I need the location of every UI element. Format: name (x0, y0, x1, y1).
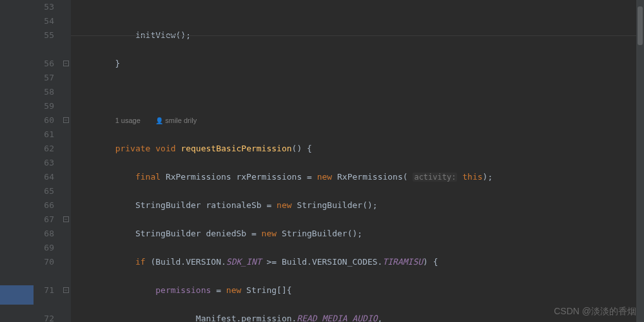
code-text: ); (483, 172, 493, 182)
keyword-final: final (135, 172, 161, 182)
inlay-spacer (34, 43, 54, 57)
keyword-if: if (135, 257, 146, 267)
inlay-hint-line[interactable]: 1 usage 👤smile drily (75, 113, 636, 128)
code-line[interactable]: Manifest.permission.READ_MEDIA_AUDIO, (75, 312, 636, 322)
line-number: 64 (34, 170, 54, 184)
line-number: 71 (34, 283, 54, 298)
author-hint[interactable]: smile drily (165, 117, 197, 124)
code-text: ) { (423, 257, 438, 267)
code-text: () { (292, 144, 312, 153)
code-line[interactable]: final RxPermissions rxPermissions = new … (75, 170, 636, 184)
static-field: READ_MEDIA_AUDIO (297, 314, 377, 322)
code-text: (Build.VERSION. (146, 257, 226, 267)
keyword-new: new (317, 172, 332, 182)
code-text: String[]{ (241, 285, 291, 295)
code-text: StringBuilder deniedSb = (75, 229, 262, 238)
fold-toggle-icon[interactable]: − (63, 117, 69, 123)
scrollbar-thumb[interactable] (638, 6, 643, 45)
keyword-new: new (262, 229, 277, 238)
method-separator (71, 35, 636, 36)
line-number: 69 (34, 241, 54, 255)
instance-field: permissions (155, 285, 211, 295)
static-field: TIRAMISU (382, 257, 423, 267)
code-line[interactable]: StringBuilder deniedSb = new StringBuild… (75, 227, 636, 241)
static-field: SDK_INT (226, 257, 262, 267)
line-number: 68 (34, 227, 54, 241)
keyword-new: new (226, 285, 241, 295)
line-number: 66 (34, 198, 54, 213)
code-line[interactable]: } (75, 57, 636, 71)
vertical-scrollbar[interactable] (636, 0, 644, 322)
code-text: >= Build.VERSION_CODES. (262, 257, 383, 267)
line-number: 59 (34, 99, 54, 113)
usages-hint[interactable]: 1 usage (115, 117, 141, 124)
line-number: 56 (34, 57, 54, 71)
code-text: RxPermissions( (332, 172, 413, 182)
code-line[interactable]: StringBuilder rationaleSb = new StringBu… (75, 198, 636, 213)
author-icon: 👤 (155, 114, 163, 128)
code-text: , (378, 314, 383, 322)
keyword-private: private (115, 144, 151, 153)
inlay-spacer (34, 298, 54, 312)
keyword-new: new (277, 200, 291, 210)
code-text: StringBuilder(); (277, 229, 362, 238)
line-number: 58 (34, 85, 54, 99)
line-number: 53 (34, 0, 54, 14)
code-line[interactable]: if (Build.VERSION.SDK_INT >= Build.VERSI… (75, 255, 636, 269)
code-area[interactable]: initView(); } 1 usage 👤smile drily priva… (71, 0, 636, 322)
inlay-spacer (34, 269, 54, 283)
keyword-this: this (462, 172, 482, 182)
line-number: 72 (34, 312, 54, 322)
method-name: requestBasicPermission (181, 144, 291, 153)
gutter-highlight (0, 285, 34, 305)
fold-gutter: − − − − (62, 0, 71, 322)
line-number: 62 (34, 142, 54, 156)
line-number: 61 (34, 128, 54, 142)
line-number: 70 (34, 255, 54, 269)
code-line[interactable]: permissions = new String[]{ (75, 283, 636, 298)
keyword-void: void (155, 144, 175, 153)
code-editor: 53 54 55 56 57 58 59 60 61 62 63 64 65 6… (0, 0, 644, 322)
code-text: StringBuilder(); (292, 200, 378, 210)
line-number: 65 (34, 184, 54, 198)
fold-toggle-icon[interactable]: − (63, 61, 69, 66)
left-margin (0, 0, 34, 322)
line-number: 60 (34, 113, 54, 128)
line-number: 57 (34, 71, 54, 85)
code-text: = (211, 285, 226, 295)
fold-toggle-icon[interactable]: − (63, 216, 69, 222)
code-line[interactable]: private void requestBasicPermission() { (75, 142, 636, 156)
code-text: Manifest.permission. (75, 314, 297, 322)
code-text: RxPermissions rxPermissions = (161, 172, 317, 182)
line-number-gutter: 53 54 55 56 57 58 59 60 61 62 63 64 65 6… (34, 0, 62, 322)
param-hint: activity: (413, 173, 457, 182)
line-number: 67 (34, 213, 54, 227)
code-text: StringBuilder rationaleSb = (75, 200, 277, 210)
line-number: 54 (34, 14, 54, 28)
line-number: 55 (34, 28, 54, 43)
line-number: 63 (34, 156, 54, 170)
code-line[interactable] (75, 85, 636, 99)
fold-toggle-icon[interactable]: − (63, 287, 69, 293)
